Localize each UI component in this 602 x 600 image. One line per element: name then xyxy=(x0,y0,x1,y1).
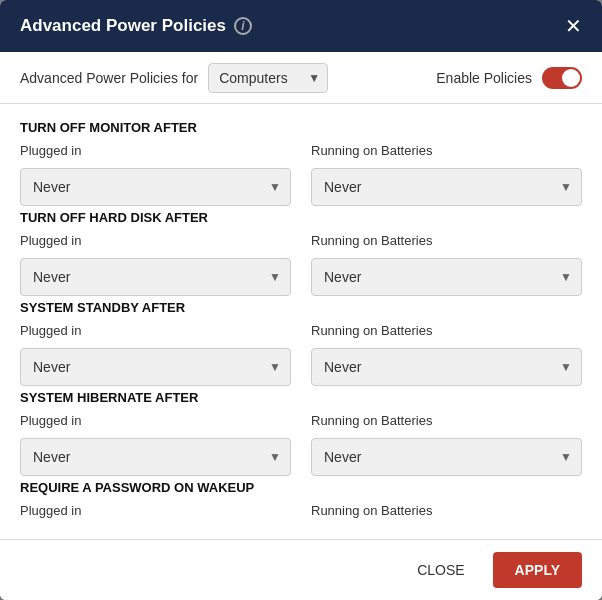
standby-batteries-label: Running on Batteries xyxy=(311,323,582,338)
subheader-right: Enable Policies xyxy=(436,67,582,89)
hibernate-plugged-wrapper: Never1 minute5 minutes ▼ xyxy=(20,438,291,476)
hibernate-batteries-wrapper: Never1 minute5 minutes ▼ xyxy=(311,438,582,476)
modal-subheader: Advanced Power Policies for Computers Se… xyxy=(0,52,602,104)
harddisk-dropdowns-row: Plugged in Never1 minute5 minutes ▼ Runn… xyxy=(20,233,582,296)
hibernate-plugged-dropdown[interactable]: Never1 minute5 minutes xyxy=(20,438,291,476)
modal-body: TURN OFF MONITOR AFTER Plugged in Never1… xyxy=(0,104,602,539)
standby-batteries-dropdown[interactable]: Never1 minute5 minutes xyxy=(311,348,582,386)
section-title-hibernate: SYSTEM HIBERNATE AFTER xyxy=(20,390,582,405)
password-batteries-col: Running on Batteries xyxy=(311,503,582,524)
section-title-harddisk: TURN OFF HARD DISK AFTER xyxy=(20,210,582,225)
hibernate-dropdowns-row: Plugged in Never1 minute5 minutes ▼ Runn… xyxy=(20,413,582,476)
harddisk-plugged-dropdown[interactable]: Never1 minute5 minutes xyxy=(20,258,291,296)
section-password-wakeup: REQUIRE A PASSWORD ON WAKEUP Plugged in … xyxy=(20,480,582,524)
password-batteries-label: Running on Batteries xyxy=(311,503,582,518)
standby-dropdowns-row: Plugged in Never1 minute5 minutes ▼ Runn… xyxy=(20,323,582,386)
standby-plugged-label: Plugged in xyxy=(20,323,291,338)
standby-batteries-wrapper: Never1 minute5 minutes ▼ xyxy=(311,348,582,386)
standby-batteries-col: Running on Batteries Never1 minute5 minu… xyxy=(311,323,582,386)
policies-for-label: Advanced Power Policies for xyxy=(20,70,198,86)
section-title-monitor: TURN OFF MONITOR AFTER xyxy=(20,120,582,135)
modal-title: Advanced Power Policies i xyxy=(20,16,252,36)
monitor-batteries-wrapper: Never1 minute5 minutes10 minutes ▼ xyxy=(311,168,582,206)
monitor-plugged-wrapper: Never1 minute5 minutes10 minutes ▼ xyxy=(20,168,291,206)
standby-plugged-col: Plugged in Never1 minute5 minutes ▼ xyxy=(20,323,291,386)
modal: Advanced Power Policies i ✕ Advanced Pow… xyxy=(0,0,602,600)
modal-footer: CLOSE APPLY xyxy=(0,539,602,600)
harddisk-batteries-col: Running on Batteries Never1 minute5 minu… xyxy=(311,233,582,296)
subheader-left: Advanced Power Policies for Computers Se… xyxy=(20,63,328,93)
monitor-batteries-label: Running on Batteries xyxy=(311,143,582,158)
hibernate-batteries-col: Running on Batteries Never1 minute5 minu… xyxy=(311,413,582,476)
monitor-batteries-col: Running on Batteries Never1 minute5 minu… xyxy=(311,143,582,206)
monitor-batteries-dropdown[interactable]: Never1 minute5 minutes10 minutes xyxy=(311,168,582,206)
enable-policies-toggle[interactable] xyxy=(542,67,582,89)
close-button[interactable]: CLOSE xyxy=(401,554,480,586)
harddisk-plugged-label: Plugged in xyxy=(20,233,291,248)
password-plugged-col: Plugged in xyxy=(20,503,291,524)
standby-plugged-dropdown[interactable]: Never1 minute5 minutes xyxy=(20,348,291,386)
computers-dropdown-wrapper: Computers Servers Laptops ▼ xyxy=(208,63,328,93)
apply-button[interactable]: APPLY xyxy=(493,552,582,588)
section-system-hibernate: SYSTEM HIBERNATE AFTER Plugged in Never1… xyxy=(20,390,582,476)
section-turn-off-monitor: TURN OFF MONITOR AFTER Plugged in Never1… xyxy=(20,120,582,206)
toggle-knob xyxy=(562,69,580,87)
standby-plugged-wrapper: Never1 minute5 minutes ▼ xyxy=(20,348,291,386)
password-dropdowns-row: Plugged in Running on Batteries xyxy=(20,503,582,524)
section-title-standby: SYSTEM STANDBY AFTER xyxy=(20,300,582,315)
harddisk-batteries-wrapper: Never1 minute5 minutes ▼ xyxy=(311,258,582,296)
enable-policies-label: Enable Policies xyxy=(436,70,532,86)
section-title-password: REQUIRE A PASSWORD ON WAKEUP xyxy=(20,480,582,495)
section-turn-off-harddisk: TURN OFF HARD DISK AFTER Plugged in Neve… xyxy=(20,210,582,296)
hibernate-batteries-dropdown[interactable]: Never1 minute5 minutes xyxy=(311,438,582,476)
monitor-plugged-dropdown[interactable]: Never1 minute5 minutes10 minutes xyxy=(20,168,291,206)
password-plugged-label: Plugged in xyxy=(20,503,291,518)
monitor-plugged-col: Plugged in Never1 minute5 minutes10 minu… xyxy=(20,143,291,206)
harddisk-plugged-col: Plugged in Never1 minute5 minutes ▼ xyxy=(20,233,291,296)
section-system-standby: SYSTEM STANDBY AFTER Plugged in Never1 m… xyxy=(20,300,582,386)
hibernate-plugged-label: Plugged in xyxy=(20,413,291,428)
close-x-button[interactable]: ✕ xyxy=(565,16,582,36)
harddisk-batteries-label: Running on Batteries xyxy=(311,233,582,248)
harddisk-batteries-dropdown[interactable]: Never1 minute5 minutes xyxy=(311,258,582,296)
harddisk-plugged-wrapper: Never1 minute5 minutes ▼ xyxy=(20,258,291,296)
info-icon[interactable]: i xyxy=(234,17,252,35)
modal-header: Advanced Power Policies i ✕ xyxy=(0,0,602,52)
monitor-plugged-label: Plugged in xyxy=(20,143,291,158)
computers-dropdown[interactable]: Computers Servers Laptops xyxy=(208,63,328,93)
hibernate-plugged-col: Plugged in Never1 minute5 minutes ▼ xyxy=(20,413,291,476)
hibernate-batteries-label: Running on Batteries xyxy=(311,413,582,428)
monitor-dropdowns-row: Plugged in Never1 minute5 minutes10 minu… xyxy=(20,143,582,206)
title-text: Advanced Power Policies xyxy=(20,16,226,36)
